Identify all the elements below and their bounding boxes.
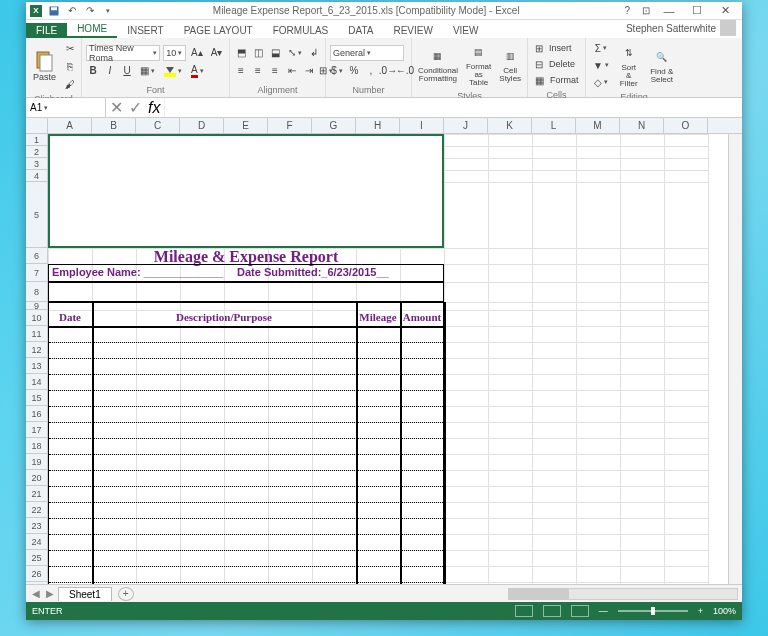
comma-icon[interactable]: , [364, 63, 378, 79]
orientation-icon[interactable]: ⤡ [285, 45, 304, 61]
sort-filter-button[interactable]: ⇅Sort & Filter [614, 40, 644, 90]
pagelayout-view-icon[interactable] [543, 605, 561, 617]
increase-font-icon[interactable]: A▴ [189, 45, 206, 61]
row-header[interactable]: 26 [26, 566, 47, 582]
border-button[interactable]: ▦ [137, 63, 158, 79]
row-header[interactable]: 3 [26, 158, 47, 170]
format-cells-icon[interactable]: ▦ [532, 72, 547, 88]
tab-formulas[interactable]: FORMULAS [263, 23, 339, 38]
column-header[interactable]: J [444, 118, 488, 133]
row-header[interactable]: 18 [26, 438, 47, 454]
zoom-in-icon[interactable]: + [698, 606, 703, 616]
clear-icon[interactable]: ◇ [590, 74, 612, 90]
cell-styles-button[interactable]: ▥Cell Styles [495, 40, 525, 89]
minimize-button[interactable]: — [656, 3, 682, 19]
row-header[interactable]: 23 [26, 518, 47, 534]
new-sheet-button[interactable]: + [118, 587, 134, 601]
row-header[interactable]: 10 [26, 310, 47, 326]
font-name-dropdown[interactable]: Times New Roma [86, 45, 160, 61]
insert-cells-icon[interactable]: ⊞ [532, 40, 546, 56]
horizontal-scrollbar[interactable] [508, 588, 738, 600]
row-header[interactable]: 13 [26, 358, 47, 374]
undo-icon[interactable]: ↶ [66, 5, 78, 17]
sheet-nav-prev-icon[interactable]: ◀ [26, 588, 46, 599]
tab-data[interactable]: DATA [338, 23, 383, 38]
user-account[interactable]: Stephen Satterwhite [620, 18, 742, 38]
find-select-button[interactable]: 🔍Find & Select [646, 40, 678, 90]
percent-icon[interactable]: % [347, 63, 361, 79]
column-header[interactable]: B [92, 118, 136, 133]
font-size-dropdown[interactable]: 10 [163, 45, 186, 61]
vertical-scrollbar[interactable] [728, 134, 742, 584]
delete-cells-icon[interactable]: ⊟ [532, 56, 546, 72]
select-all-corner[interactable] [26, 118, 48, 133]
formula-input[interactable] [165, 98, 742, 117]
tab-pagelayout[interactable]: PAGE LAYOUT [174, 23, 263, 38]
row-header[interactable]: 24 [26, 534, 47, 550]
align-top-icon[interactable]: ⬒ [234, 45, 248, 61]
zoom-level[interactable]: 100% [713, 606, 736, 616]
row-header[interactable]: 16 [26, 406, 47, 422]
ribbon-display-icon[interactable]: ⊡ [636, 5, 656, 16]
row-header[interactable]: 22 [26, 502, 47, 518]
sheet-nav-next-icon[interactable]: ▶ [46, 588, 54, 599]
row-header[interactable]: 8 [26, 282, 47, 302]
row-header[interactable]: 12 [26, 342, 47, 358]
align-middle-icon[interactable]: ◫ [251, 45, 265, 61]
column-header[interactable]: F [268, 118, 312, 133]
font-color-button[interactable]: A [188, 63, 207, 79]
name-box[interactable]: A1 [26, 98, 106, 117]
row-header[interactable]: 14 [26, 374, 47, 390]
align-left-icon[interactable]: ≡ [234, 63, 248, 79]
tab-file[interactable]: FILE [26, 23, 67, 38]
underline-button[interactable]: U [120, 63, 134, 79]
row-header[interactable]: 9 [26, 302, 47, 310]
column-header[interactable]: A [48, 118, 92, 133]
copy-icon[interactable]: ⎘ [62, 58, 78, 74]
bold-button[interactable]: B [86, 63, 100, 79]
normal-view-icon[interactable] [515, 605, 533, 617]
row-header[interactable]: 17 [26, 422, 47, 438]
paste-button[interactable]: Paste [29, 40, 60, 92]
column-header[interactable]: O [664, 118, 708, 133]
tab-view[interactable]: VIEW [443, 23, 489, 38]
column-header[interactable]: L [532, 118, 576, 133]
autosum-icon[interactable]: Σ [590, 40, 612, 56]
zoom-out-icon[interactable]: — [599, 606, 608, 616]
row-header[interactable]: 15 [26, 390, 47, 406]
format-as-table-button[interactable]: ▤Format as Table [462, 40, 495, 89]
fx-icon[interactable]: fx [148, 99, 160, 117]
format-painter-icon[interactable]: 🖌 [62, 76, 78, 92]
column-header[interactable]: E [224, 118, 268, 133]
increase-indent-icon[interactable]: ⇥ [302, 63, 316, 79]
conditional-formatting-button[interactable]: ▦Conditional Formatting [414, 40, 462, 89]
row-header[interactable]: 27 [26, 582, 47, 584]
column-header[interactable]: D [180, 118, 224, 133]
help-icon[interactable]: ? [618, 5, 636, 16]
save-icon[interactable] [48, 5, 60, 17]
row-header[interactable]: 5 [26, 182, 47, 248]
column-header[interactable]: I [400, 118, 444, 133]
column-header[interactable]: G [312, 118, 356, 133]
row-header[interactable]: 4 [26, 170, 47, 182]
enter-formula-icon[interactable]: ✓ [129, 98, 142, 117]
row-header[interactable]: 6 [26, 248, 47, 264]
row-header[interactable]: 11 [26, 326, 47, 342]
decrease-indent-icon[interactable]: ⇤ [285, 63, 299, 79]
tab-review[interactable]: REVIEW [383, 23, 442, 38]
row-header[interactable]: 1 [26, 134, 47, 146]
sheet-tab-sheet1[interactable]: Sheet1 [58, 587, 112, 601]
align-right-icon[interactable]: ≡ [268, 63, 282, 79]
column-header[interactable]: N [620, 118, 664, 133]
decrease-font-icon[interactable]: A▾ [208, 45, 225, 61]
row-header[interactable]: 20 [26, 470, 47, 486]
row-header[interactable]: 7 [26, 264, 47, 282]
align-bottom-icon[interactable]: ⬓ [268, 45, 282, 61]
cancel-formula-icon[interactable]: ✕ [110, 98, 123, 117]
column-header[interactable]: K [488, 118, 532, 133]
number-format-dropdown[interactable]: General [330, 45, 404, 61]
align-center-icon[interactable]: ≡ [251, 63, 265, 79]
tab-insert[interactable]: INSERT [117, 23, 174, 38]
tab-home[interactable]: HOME [67, 21, 117, 38]
row-header[interactable]: 19 [26, 454, 47, 470]
